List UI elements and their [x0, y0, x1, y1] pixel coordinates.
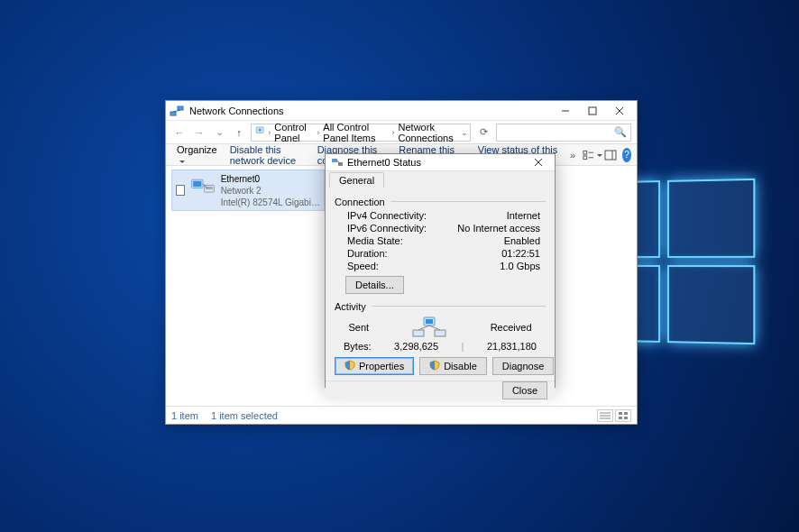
chevron-down-icon[interactable]: ⌄: [461, 128, 468, 137]
svg-rect-35: [435, 330, 445, 336]
ipv4-value: Internet: [507, 210, 540, 221]
svg-rect-23: [619, 412, 622, 415]
organize-menu[interactable]: Organize: [171, 142, 223, 168]
back-button[interactable]: ←: [171, 124, 188, 141]
chevron-right-icon: ›: [392, 128, 395, 137]
maximize-button[interactable]: [579, 102, 606, 120]
svg-rect-33: [426, 319, 433, 324]
svg-line-2: [173, 110, 180, 112]
window-title: Network Connections: [189, 105, 552, 116]
diagnose-button[interactable]: Diagnose: [492, 357, 554, 375]
received-label: Received: [491, 322, 532, 333]
svg-rect-4: [589, 107, 596, 115]
activity-computers-icon: [411, 316, 447, 339]
ethernet-status-icon: [331, 156, 344, 169]
disable-button-label: Disable: [444, 361, 477, 371]
connection-adapter: Intel(R) 82574L Gigabit Netwo...: [221, 197, 320, 208]
ipv4-label: IPv4 Connectivity:: [347, 210, 427, 221]
close-dialog-button[interactable]: Close: [502, 381, 547, 399]
duration-value: 01:22:51: [501, 248, 540, 259]
status-item-count: 1 item: [171, 410, 198, 421]
breadcrumb[interactable]: › Control Panel › All Control Panel Item…: [251, 124, 471, 142]
svg-rect-27: [332, 159, 337, 162]
bytes-label: Bytes:: [344, 341, 372, 352]
shield-icon: [429, 360, 440, 372]
status-selected-count: 1 item selected: [211, 410, 278, 421]
tab-general[interactable]: General: [329, 172, 384, 188]
help-button[interactable]: ?: [622, 148, 631, 162]
dialog-tabs: General: [326, 171, 555, 188]
forward-button[interactable]: →: [191, 124, 207, 141]
speed-value: 1.0 Gbps: [500, 261, 540, 271]
titlebar[interactable]: Network Connections: [166, 101, 637, 121]
disable-button[interactable]: Disable: [419, 357, 487, 375]
large-icons-view-button[interactable]: [615, 409, 631, 422]
dialog-titlebar[interactable]: Ethernet0 Status: [326, 154, 555, 171]
ipv6-label: IPv6 Connectivity:: [347, 223, 427, 234]
svg-line-36: [418, 326, 429, 330]
view-options-button[interactable]: [583, 146, 602, 164]
separator: [390, 201, 546, 202]
address-bar: ← → ⌄ ↑ › Control Panel › All Control Pa…: [166, 121, 637, 144]
svg-line-37: [429, 326, 440, 330]
details-view-button[interactable]: [597, 409, 613, 422]
bytes-sent-value: 3,298,625: [394, 341, 438, 352]
svg-rect-34: [413, 330, 424, 336]
dialog-close-button[interactable]: [528, 154, 549, 170]
svg-rect-9: [583, 151, 587, 154]
preview-pane-button[interactable]: [604, 146, 617, 164]
properties-button-label: Properties: [359, 361, 404, 371]
ipv6-value: No Internet access: [457, 223, 540, 234]
details-button[interactable]: Details...: [345, 276, 404, 294]
properties-button[interactable]: Properties: [335, 357, 414, 375]
sent-label: Sent: [349, 322, 370, 333]
media-state-value: Enabled: [504, 235, 540, 246]
svg-rect-1: [178, 106, 183, 110]
connection-item-ethernet0[interactable]: Ethernet0 Network 2 Intel(R) 82574L Giga…: [171, 170, 325, 211]
duration-label: Duration:: [347, 248, 388, 259]
svg-rect-25: [619, 417, 622, 419]
status-bar: 1 item 1 item selected: [166, 406, 637, 424]
bytes-received-value: 21,831,180: [487, 341, 537, 352]
group-activity-label: Activity: [335, 301, 366, 312]
dialog-title: Ethernet0 Status: [347, 157, 528, 168]
refresh-button[interactable]: ⟳: [474, 126, 492, 138]
breadcrumb-all-items[interactable]: All Control Panel Items: [321, 122, 390, 143]
svg-rect-0: [170, 112, 176, 115]
svg-point-8: [259, 128, 262, 131]
network-connections-icon: [170, 104, 184, 118]
recent-dropdown[interactable]: ⌄: [211, 124, 227, 141]
minimize-button[interactable]: [552, 102, 579, 120]
toolbar-disable-device[interactable]: Disable this network device: [225, 142, 310, 168]
svg-rect-10: [583, 155, 587, 159]
search-input[interactable]: 🔍: [496, 124, 631, 142]
breadcrumb-control-panel[interactable]: Control Panel: [272, 122, 315, 143]
ethernet-status-dialog: Ethernet0 Status General Connection IPv4…: [325, 153, 556, 388]
toolbar-overflow[interactable]: »: [566, 150, 579, 161]
shield-icon: [344, 360, 355, 372]
svg-rect-16: [193, 181, 201, 187]
media-state-label: Media State:: [347, 235, 403, 246]
control-panel-icon: [255, 125, 264, 140]
item-checkbox[interactable]: [176, 185, 185, 196]
up-button[interactable]: ↑: [231, 124, 247, 141]
chevron-right-icon: ›: [317, 128, 319, 137]
separator: [372, 306, 546, 307]
svg-rect-24: [624, 412, 628, 415]
close-button[interactable]: [606, 102, 633, 120]
svg-rect-13: [605, 151, 616, 160]
chevron-right-icon: ›: [268, 128, 271, 137]
speed-label: Speed:: [347, 261, 379, 271]
group-connection-label: Connection: [335, 197, 385, 207]
breadcrumb-network-connections[interactable]: Network Connections: [397, 122, 461, 143]
ethernet-adapter-icon: [190, 174, 216, 206]
search-icon: 🔍: [614, 126, 627, 138]
connection-network: Network 2: [221, 185, 320, 197]
svg-rect-26: [624, 417, 628, 419]
connection-name: Ethernet0: [221, 173, 320, 185]
